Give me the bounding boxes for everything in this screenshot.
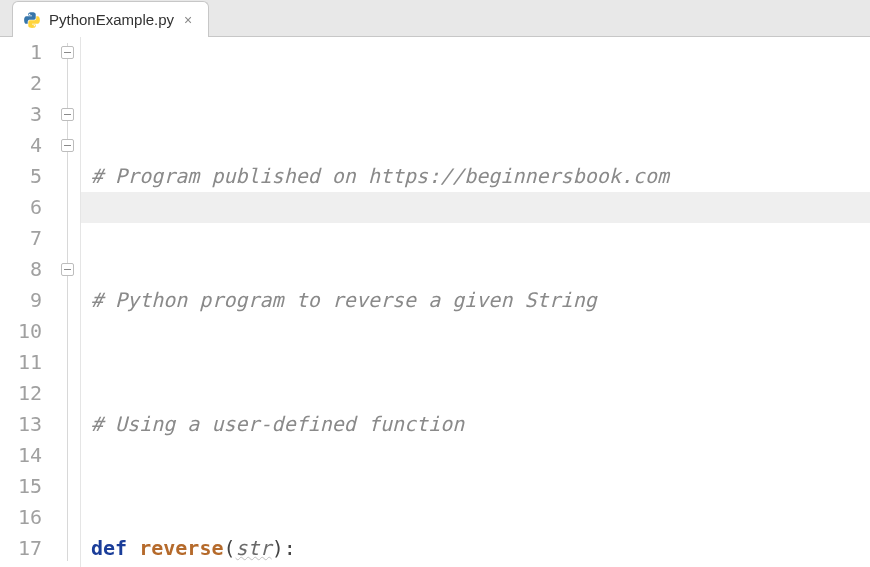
line-number: 17 (0, 533, 42, 564)
fold-toggle[interactable] (61, 108, 74, 121)
fold-gutter (56, 37, 81, 567)
line-number: 1 (0, 37, 42, 68)
line-number: 2 (0, 68, 42, 99)
code-line: def reverse(str): (91, 533, 870, 564)
line-number: 15 (0, 471, 42, 502)
line-number: 11 (0, 347, 42, 378)
line-number: 12 (0, 378, 42, 409)
close-tab-button[interactable]: × (182, 12, 194, 28)
code-line: # Program published on https://beginners… (91, 161, 870, 192)
line-number: 5 (0, 161, 42, 192)
editor-tab[interactable]: PythonExample.py × (12, 1, 209, 37)
tab-filename: PythonExample.py (49, 11, 174, 28)
line-number: 4 (0, 130, 42, 161)
line-number-gutter: 1 2 3 4 5 6 7 8 9 10 11 12 13 14 15 16 1… (0, 37, 56, 567)
tab-bar: PythonExample.py × (0, 0, 870, 37)
line-number: 14 (0, 440, 42, 471)
code-editor[interactable]: 1 2 3 4 5 6 7 8 9 10 11 12 13 14 15 16 1… (0, 37, 870, 567)
code-line: # Python program to reverse a given Stri… (91, 285, 870, 316)
line-number: 13 (0, 409, 42, 440)
fold-toggle[interactable] (61, 263, 74, 276)
line-number: 7 (0, 223, 42, 254)
line-number: 9 (0, 285, 42, 316)
fold-toggle[interactable] (61, 46, 74, 59)
code-line: # Using a user-defined function (91, 409, 870, 440)
line-number: 8 (0, 254, 42, 285)
current-line-highlight (81, 192, 870, 223)
python-file-icon (23, 11, 41, 29)
fold-toggle[interactable] (61, 139, 74, 152)
code-area[interactable]: # Program published on https://beginners… (81, 37, 870, 567)
line-number: 16 (0, 502, 42, 533)
line-number: 6 (0, 192, 42, 223)
line-number: 10 (0, 316, 42, 347)
line-number: 3 (0, 99, 42, 130)
